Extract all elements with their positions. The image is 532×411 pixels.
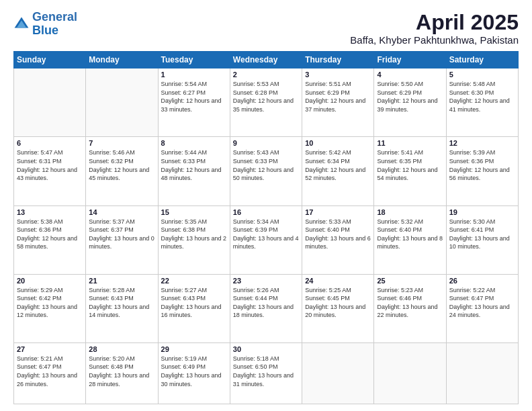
calendar-cell: 16Sunrise: 5:34 AMSunset: 6:39 PMDayligh… bbox=[230, 205, 302, 274]
calendar-cell: 10Sunrise: 5:42 AMSunset: 6:34 PMDayligh… bbox=[302, 137, 374, 205]
calendar-cell: 24Sunrise: 5:25 AMSunset: 6:45 PMDayligh… bbox=[302, 274, 374, 342]
day-info: Sunrise: 5:51 AMSunset: 6:29 PMDaylight:… bbox=[305, 80, 371, 113]
calendar-cell: 17Sunrise: 5:33 AMSunset: 6:40 PMDayligh… bbox=[302, 205, 374, 274]
day-number: 20 bbox=[17, 277, 83, 285]
day-info: Sunrise: 5:21 AMSunset: 6:47 PMDaylight:… bbox=[17, 355, 83, 388]
logo-line1: General bbox=[32, 10, 77, 24]
day-header-wednesday: Wednesday bbox=[230, 52, 302, 68]
day-info: Sunrise: 5:42 AMSunset: 6:34 PMDaylight:… bbox=[305, 148, 371, 182]
calendar-cell: 5Sunrise: 5:48 AMSunset: 6:30 PMDaylight… bbox=[446, 68, 518, 137]
day-info: Sunrise: 5:46 AMSunset: 6:32 PMDaylight:… bbox=[89, 148, 154, 182]
calendar-cell: 23Sunrise: 5:26 AMSunset: 6:44 PMDayligh… bbox=[230, 274, 302, 342]
day-number: 1 bbox=[161, 71, 227, 79]
day-info: Sunrise: 5:35 AMSunset: 6:38 PMDaylight:… bbox=[161, 218, 227, 251]
day-number: 17 bbox=[305, 208, 371, 216]
day-number: 22 bbox=[161, 277, 227, 285]
day-number: 3 bbox=[305, 71, 371, 79]
calendar-cell bbox=[86, 68, 158, 137]
day-info: Sunrise: 5:43 AMSunset: 6:33 PMDaylight:… bbox=[233, 148, 299, 182]
day-number: 11 bbox=[377, 139, 443, 147]
day-info: Sunrise: 5:28 AMSunset: 6:43 PMDaylight:… bbox=[89, 286, 154, 320]
calendar-cell: 1Sunrise: 5:54 AMSunset: 6:27 PMDaylight… bbox=[158, 68, 230, 137]
day-number: 19 bbox=[449, 208, 515, 216]
day-info: Sunrise: 5:26 AMSunset: 6:44 PMDaylight:… bbox=[233, 286, 299, 320]
day-info: Sunrise: 5:41 AMSunset: 6:35 PMDaylight:… bbox=[377, 148, 443, 182]
logo-line2: Blue bbox=[32, 24, 58, 37]
calendar-cell: 2Sunrise: 5:53 AMSunset: 6:28 PMDaylight… bbox=[230, 68, 302, 137]
calendar-week-5: 27Sunrise: 5:21 AMSunset: 6:47 PMDayligh… bbox=[14, 342, 519, 404]
day-number: 27 bbox=[17, 345, 83, 353]
day-info: Sunrise: 5:44 AMSunset: 6:33 PMDaylight:… bbox=[161, 148, 227, 182]
day-number: 7 bbox=[89, 139, 154, 147]
calendar-cell bbox=[302, 342, 374, 404]
day-number: 24 bbox=[305, 277, 371, 285]
calendar-cell: 3Sunrise: 5:51 AMSunset: 6:29 PMDaylight… bbox=[302, 68, 374, 137]
calendar-cell: 11Sunrise: 5:41 AMSunset: 6:35 PMDayligh… bbox=[374, 137, 446, 205]
day-header-tuesday: Tuesday bbox=[158, 52, 230, 68]
calendar-cell: 6Sunrise: 5:47 AMSunset: 6:31 PMDaylight… bbox=[14, 137, 86, 205]
day-number: 10 bbox=[305, 139, 371, 147]
day-number: 16 bbox=[233, 208, 299, 216]
calendar-cell: 18Sunrise: 5:32 AMSunset: 6:40 PMDayligh… bbox=[374, 205, 446, 274]
calendar-week-1: 1Sunrise: 5:54 AMSunset: 6:27 PMDaylight… bbox=[14, 68, 519, 137]
calendar-cell: 15Sunrise: 5:35 AMSunset: 6:38 PMDayligh… bbox=[158, 205, 230, 274]
day-number: 9 bbox=[233, 139, 299, 147]
day-number: 15 bbox=[161, 208, 227, 216]
day-info: Sunrise: 5:25 AMSunset: 6:45 PMDaylight:… bbox=[305, 286, 371, 320]
calendar-cell: 29Sunrise: 5:19 AMSunset: 6:49 PMDayligh… bbox=[158, 342, 230, 404]
title-block: April 2025 Baffa, Khyber Pakhtunkhwa, Pa… bbox=[350, 11, 519, 46]
calendar-cell: 21Sunrise: 5:28 AMSunset: 6:43 PMDayligh… bbox=[86, 274, 158, 342]
logo-text: General Blue bbox=[32, 11, 77, 38]
calendar-week-3: 13Sunrise: 5:38 AMSunset: 6:36 PMDayligh… bbox=[14, 205, 519, 274]
calendar-cell: 30Sunrise: 5:18 AMSunset: 6:50 PMDayligh… bbox=[230, 342, 302, 404]
calendar-cell: 9Sunrise: 5:43 AMSunset: 6:33 PMDaylight… bbox=[230, 137, 302, 205]
page-title: April 2025 bbox=[350, 11, 519, 34]
day-number: 5 bbox=[449, 71, 515, 79]
day-info: Sunrise: 5:48 AMSunset: 6:30 PMDaylight:… bbox=[449, 80, 515, 113]
day-info: Sunrise: 5:23 AMSunset: 6:46 PMDaylight:… bbox=[377, 286, 443, 320]
day-info: Sunrise: 5:53 AMSunset: 6:28 PMDaylight:… bbox=[233, 80, 299, 113]
page-subtitle: Baffa, Khyber Pakhtunkhwa, Pakistan bbox=[350, 34, 519, 46]
calendar-week-4: 20Sunrise: 5:29 AMSunset: 6:42 PMDayligh… bbox=[14, 274, 519, 342]
day-info: Sunrise: 5:18 AMSunset: 6:50 PMDaylight:… bbox=[233, 355, 299, 388]
day-number: 30 bbox=[233, 345, 299, 353]
day-info: Sunrise: 5:34 AMSunset: 6:39 PMDaylight:… bbox=[233, 218, 299, 251]
calendar-cell: 13Sunrise: 5:38 AMSunset: 6:36 PMDayligh… bbox=[14, 205, 86, 274]
calendar-cell: 7Sunrise: 5:46 AMSunset: 6:32 PMDaylight… bbox=[86, 137, 158, 205]
logo-icon bbox=[13, 16, 30, 32]
day-number: 13 bbox=[17, 208, 83, 216]
day-number: 8 bbox=[161, 139, 227, 147]
day-number: 21 bbox=[89, 277, 154, 285]
calendar-cell bbox=[14, 68, 86, 137]
day-info: Sunrise: 5:54 AMSunset: 6:27 PMDaylight:… bbox=[161, 80, 227, 113]
calendar-cell: 25Sunrise: 5:23 AMSunset: 6:46 PMDayligh… bbox=[374, 274, 446, 342]
calendar-cell: 20Sunrise: 5:29 AMSunset: 6:42 PMDayligh… bbox=[14, 274, 86, 342]
day-number: 28 bbox=[89, 345, 154, 353]
calendar-cell: 28Sunrise: 5:20 AMSunset: 6:48 PMDayligh… bbox=[86, 342, 158, 404]
day-info: Sunrise: 5:38 AMSunset: 6:36 PMDaylight:… bbox=[17, 218, 83, 251]
calendar-header-row: SundayMondayTuesdayWednesdayThursdayFrid… bbox=[14, 52, 519, 68]
day-info: Sunrise: 5:19 AMSunset: 6:49 PMDaylight:… bbox=[161, 355, 227, 388]
calendar-cell bbox=[446, 342, 518, 404]
day-info: Sunrise: 5:30 AMSunset: 6:41 PMDaylight:… bbox=[449, 218, 515, 251]
calendar-cell: 4Sunrise: 5:50 AMSunset: 6:29 PMDaylight… bbox=[374, 68, 446, 137]
day-info: Sunrise: 5:39 AMSunset: 6:36 PMDaylight:… bbox=[449, 148, 515, 182]
day-info: Sunrise: 5:20 AMSunset: 6:48 PMDaylight:… bbox=[89, 355, 154, 388]
calendar-week-2: 6Sunrise: 5:47 AMSunset: 6:31 PMDaylight… bbox=[14, 137, 519, 205]
calendar-cell: 22Sunrise: 5:27 AMSunset: 6:43 PMDayligh… bbox=[158, 274, 230, 342]
calendar-cell: 19Sunrise: 5:30 AMSunset: 6:41 PMDayligh… bbox=[446, 205, 518, 274]
day-number: 18 bbox=[377, 208, 443, 216]
day-info: Sunrise: 5:37 AMSunset: 6:37 PMDaylight:… bbox=[89, 218, 154, 251]
logo: General Blue bbox=[13, 11, 77, 38]
calendar-table: SundayMondayTuesdayWednesdayThursdayFrid… bbox=[13, 51, 519, 404]
day-number: 26 bbox=[449, 277, 515, 285]
day-info: Sunrise: 5:32 AMSunset: 6:40 PMDaylight:… bbox=[377, 218, 443, 251]
calendar-cell: 14Sunrise: 5:37 AMSunset: 6:37 PMDayligh… bbox=[86, 205, 158, 274]
page: General Blue April 2025 Baffa, Khyber Pa… bbox=[0, 0, 532, 411]
day-number: 29 bbox=[161, 345, 227, 353]
day-info: Sunrise: 5:27 AMSunset: 6:43 PMDaylight:… bbox=[161, 286, 227, 320]
day-number: 25 bbox=[377, 277, 443, 285]
day-info: Sunrise: 5:47 AMSunset: 6:31 PMDaylight:… bbox=[17, 148, 83, 182]
calendar-cell: 8Sunrise: 5:44 AMSunset: 6:33 PMDaylight… bbox=[158, 137, 230, 205]
calendar-cell: 27Sunrise: 5:21 AMSunset: 6:47 PMDayligh… bbox=[14, 342, 86, 404]
